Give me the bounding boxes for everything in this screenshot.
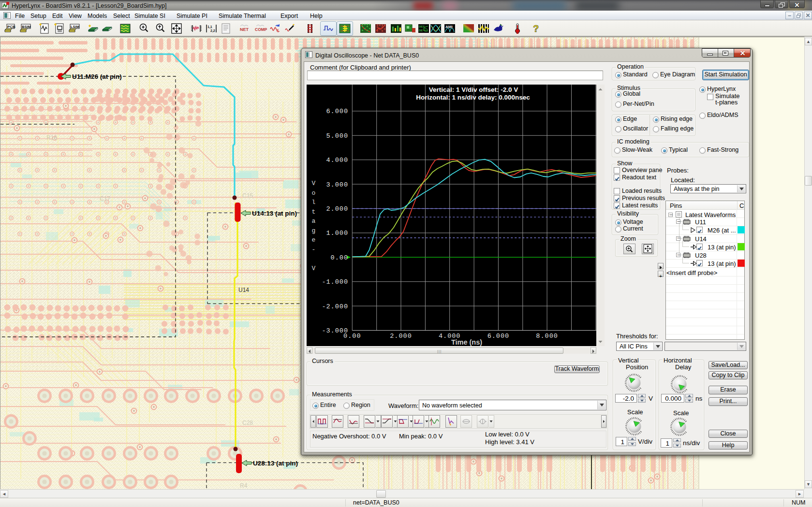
svg-text:6.000: 6.000 — [326, 108, 348, 115]
svg-text:0.00: 0.00 — [343, 333, 361, 340]
svg-text:-1.000: -1.000 — [322, 278, 348, 286]
svg-text:R16: R16 — [46, 134, 57, 141]
svg-text:l: l — [312, 199, 316, 206]
svg-text:3.000: 3.000 — [326, 181, 348, 188]
svg-text:DE: DE — [419, 29, 423, 32]
svg-text:COMP: COMP — [255, 27, 267, 32]
svg-text:Horizontal: 1 ns/div delay: 0: Horizontal: 1 ns/div delay: 0.000nsec — [416, 94, 530, 101]
svg-text:BSIM: BSIM — [22, 25, 31, 29]
svg-text:?: ? — [533, 23, 539, 34]
svg-text:o: o — [312, 189, 316, 197]
svg-text:C28: C28 — [242, 420, 253, 426]
svg-text:e: e — [312, 236, 316, 244]
svg-text:LSIM: LSIM — [71, 25, 79, 29]
svg-text:g: g — [312, 227, 316, 234]
svg-text:2.000: 2.000 — [326, 205, 348, 213]
svg-text:-2.000: -2.000 — [322, 303, 348, 310]
svg-text:1,1: 1,1 — [207, 25, 212, 29]
svg-text:2,2: 2,2 — [210, 29, 215, 33]
svg-text:1.000: 1.000 — [326, 230, 348, 237]
svg-text:U14: U14 — [238, 287, 249, 293]
svg-text:U28:13 (at pin): U28:13 (at pin) — [253, 460, 298, 467]
svg-text:U11.M26 (at pin): U11.M26 (at pin) — [72, 73, 122, 80]
svg-text:a: a — [312, 217, 316, 225]
svg-text:t: t — [312, 208, 316, 216]
svg-text:U14:13 (at pin): U14:13 (at pin) — [252, 210, 297, 217]
svg-text:C17: C17 — [100, 195, 110, 202]
svg-text:-: - — [312, 246, 316, 253]
svg-text:8.000: 8.000 — [536, 333, 558, 340]
svg-text:V: V — [312, 265, 316, 272]
svg-text:2.000: 2.000 — [390, 333, 412, 340]
svg-text:R4: R4 — [240, 482, 248, 489]
svg-text:Vertical: 1 V/div offset: -2: Vertical: 1 V/div offset: -2.0 V — [429, 86, 518, 93]
svg-text:6.000: 6.000 — [487, 333, 510, 340]
svg-text:V: V — [312, 180, 316, 187]
svg-text:NET: NET — [240, 27, 249, 32]
svg-text:5.000: 5.000 — [326, 132, 348, 140]
svg-text:DES: DES — [419, 25, 425, 28]
svg-text:PCB: PCB — [7, 25, 15, 29]
svg-text:0.00: 0.00 — [331, 254, 348, 261]
svg-text:4.000: 4.000 — [326, 157, 348, 164]
svg-text:Time (ns): Time (ns) — [451, 338, 482, 346]
svg-text:C15: C15 — [242, 192, 253, 199]
